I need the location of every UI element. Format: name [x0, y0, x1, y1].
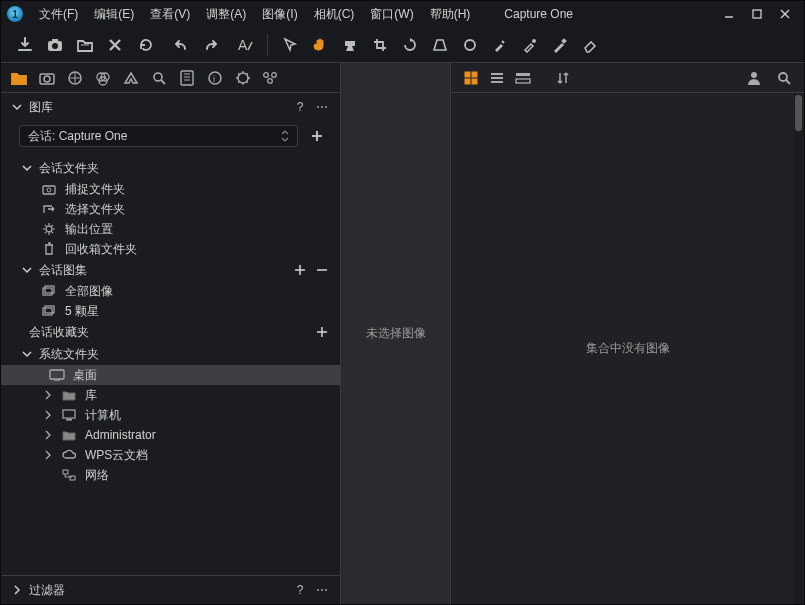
administrator-item[interactable]: Administrator — [1, 425, 340, 445]
svg-text:i: i — [213, 74, 215, 84]
camera-icon — [41, 181, 57, 197]
redo-icon[interactable] — [197, 31, 225, 59]
eyedropper-color-icon[interactable] — [516, 31, 544, 59]
expand-icon[interactable] — [43, 430, 53, 440]
output-location-item[interactable]: 输出位置 — [1, 219, 340, 239]
expand-icon[interactable] — [43, 410, 53, 420]
user-icon[interactable] — [744, 68, 764, 88]
more-icon[interactable]: ⋯ — [314, 582, 330, 598]
heal-brush-icon[interactable] — [546, 31, 574, 59]
expand-icon[interactable] — [43, 450, 53, 460]
exposure-tab-icon[interactable] — [121, 68, 141, 88]
rotate-icon[interactable] — [396, 31, 424, 59]
expand-icon[interactable] — [43, 390, 53, 400]
add-album-button[interactable] — [292, 262, 308, 278]
help-icon[interactable]: ? — [292, 582, 308, 598]
trash-icon — [41, 241, 57, 257]
menu-file[interactable]: 文件(F) — [31, 2, 86, 27]
undo-icon[interactable] — [167, 31, 195, 59]
session-folders-header[interactable]: 会话文件夹 — [1, 157, 340, 179]
tree-label: 选择文件夹 — [65, 201, 125, 218]
svg-line-62 — [786, 80, 790, 84]
pan-hand-icon[interactable] — [306, 31, 334, 59]
capture-folder-item[interactable]: 捕捉文件夹 — [1, 179, 340, 199]
scrollbar[interactable] — [794, 93, 803, 604]
details-tab-icon[interactable] — [149, 68, 169, 88]
scrollbar-thumb[interactable] — [795, 95, 802, 131]
import-icon[interactable] — [11, 31, 39, 59]
more-icon[interactable]: ⋯ — [314, 99, 330, 115]
adjustments-tab-icon[interactable] — [177, 68, 197, 88]
erase-icon[interactable] — [576, 31, 604, 59]
library-tab-icon[interactable] — [9, 68, 29, 88]
tree-label: Administrator — [85, 428, 156, 442]
open-folder-icon[interactable] — [71, 31, 99, 59]
svg-point-29 — [272, 72, 277, 77]
sort-icon[interactable] — [553, 68, 573, 88]
menu-image[interactable]: 图像(I) — [254, 2, 305, 27]
help-icon[interactable]: ? — [292, 99, 308, 115]
eyedropper-wb-icon[interactable] — [486, 31, 514, 59]
menu-adjust[interactable]: 调整(A) — [198, 2, 254, 27]
trash-folder-item[interactable]: 回收箱文件夹 — [1, 239, 340, 259]
menu-edit[interactable]: 编辑(E) — [86, 2, 142, 27]
reset-icon[interactable] — [131, 31, 159, 59]
add-favorite-button[interactable] — [314, 324, 330, 340]
menu-camera[interactable]: 相机(C) — [306, 2, 363, 27]
menu-window[interactable]: 窗口(W) — [362, 2, 421, 27]
session-albums-label: 会话图集 — [39, 262, 87, 279]
svg-point-28 — [264, 72, 269, 77]
library-section-header[interactable]: 图库 ? ⋯ — [1, 93, 340, 121]
add-session-button[interactable] — [306, 125, 328, 147]
filters-section-header[interactable]: 过滤器 ? ⋯ — [1, 576, 340, 604]
cursor-select-icon[interactable] — [276, 31, 304, 59]
wps-cloud-item[interactable]: WPS云文档 — [1, 445, 340, 465]
system-folders-label: 系统文件夹 — [39, 346, 99, 363]
select-folder-item[interactable]: 选择文件夹 — [1, 199, 340, 219]
mask-brush-icon[interactable] — [336, 31, 364, 59]
main-toolbar: A — [1, 27, 804, 63]
all-images-item[interactable]: 全部图像 — [1, 281, 340, 301]
batch-tab-icon[interactable] — [261, 68, 281, 88]
menu-view[interactable]: 查看(V) — [142, 2, 198, 27]
svg-point-34 — [47, 188, 51, 192]
desktop-item[interactable]: 桌面 — [1, 365, 340, 385]
computer-item[interactable]: 计算机 — [1, 405, 340, 425]
library-folder-item[interactable]: 库 — [1, 385, 340, 405]
tree-label: 输出位置 — [65, 221, 113, 238]
main-area: i 图库 ? ⋯ 会话: Capture One — [1, 63, 804, 604]
filmstrip-view-icon[interactable] — [513, 68, 533, 88]
menu-help[interactable]: 帮助(H) — [422, 2, 479, 27]
session-selector[interactable]: 会话: Capture One — [19, 125, 298, 147]
list-view-icon[interactable] — [487, 68, 507, 88]
minimize-button[interactable] — [716, 4, 742, 24]
capture-icon[interactable] — [41, 31, 69, 59]
spot-removal-icon[interactable] — [456, 31, 484, 59]
keystone-icon[interactable] — [426, 31, 454, 59]
search-icon[interactable] — [774, 68, 794, 88]
five-stars-item[interactable]: 5 颗星 — [1, 301, 340, 321]
delete-icon[interactable] — [101, 31, 129, 59]
system-folders-header[interactable]: 系统文件夹 — [1, 343, 340, 365]
close-button[interactable] — [772, 4, 798, 24]
session-favorites-header[interactable]: 会话收藏夹 — [1, 321, 340, 343]
color-tab-icon[interactable] — [93, 68, 113, 88]
computer-icon — [61, 407, 77, 423]
session-label: 会话: Capture One — [28, 128, 127, 145]
network-item[interactable]: 网络 — [1, 465, 340, 485]
maximize-button[interactable] — [744, 4, 770, 24]
svg-point-10 — [465, 40, 475, 50]
tree-label: 桌面 — [73, 367, 97, 384]
remove-album-button[interactable] — [314, 262, 330, 278]
output-tab-icon[interactable] — [233, 68, 253, 88]
grid-view-icon[interactable] — [461, 68, 481, 88]
svg-rect-41 — [43, 308, 52, 315]
chevron-down-icon — [21, 265, 33, 275]
capture-tab-icon[interactable] — [37, 68, 57, 88]
lens-tab-icon[interactable] — [65, 68, 85, 88]
stack-icon — [41, 303, 57, 319]
metadata-tab-icon[interactable]: i — [205, 68, 225, 88]
annotation-icon[interactable]: A — [231, 31, 259, 59]
session-albums-header[interactable]: 会话图集 — [1, 259, 340, 281]
crop-icon[interactable] — [366, 31, 394, 59]
